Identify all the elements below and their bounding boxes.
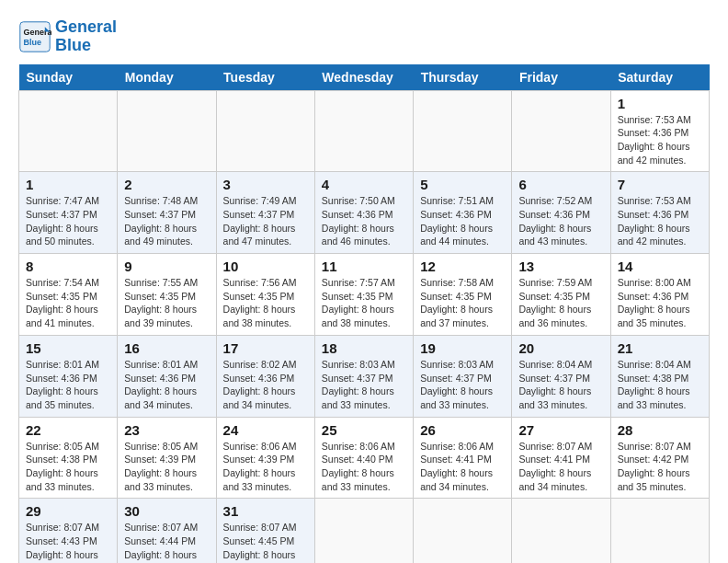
day-info: Sunrise: 8:01 AM Sunset: 4:36 PM Dayligh… [26, 358, 110, 412]
calendar-cell: 22 Sunrise: 8:05 AM Sunset: 4:38 PM Dayl… [19, 417, 118, 499]
calendar-week-row: 29 Sunrise: 8:07 AM Sunset: 4:43 PM Dayl… [19, 499, 710, 563]
day-info: Sunrise: 7:59 AM Sunset: 4:35 PM Dayligh… [518, 276, 603, 330]
day-number: 1 [618, 96, 702, 111]
weekday-header: Tuesday [216, 64, 314, 91]
day-number: 9 [124, 259, 209, 274]
weekday-header-row: SundayMondayTuesdayWednesdayThursdayFrid… [19, 64, 710, 91]
day-number: 11 [322, 259, 406, 274]
day-number: 13 [518, 259, 603, 274]
day-number: 12 [420, 259, 505, 274]
calendar-cell: 7 Sunrise: 7:53 AM Sunset: 4:36 PM Dayli… [610, 172, 709, 254]
calendar-cell: 1 Sunrise: 7:53 AM Sunset: 4:36 PM Dayli… [610, 90, 709, 172]
day-info: Sunrise: 8:01 AM Sunset: 4:36 PM Dayligh… [124, 358, 209, 412]
calendar-week-row: 1 Sunrise: 7:47 AM Sunset: 4:37 PM Dayli… [19, 172, 710, 254]
calendar-cell: 21 Sunrise: 8:04 AM Sunset: 4:38 PM Dayl… [610, 335, 709, 417]
day-number: 28 [618, 422, 702, 438]
day-number: 5 [420, 177, 505, 192]
day-info: Sunrise: 7:53 AM Sunset: 4:36 PM Dayligh… [618, 194, 702, 248]
calendar-cell: 13 Sunrise: 7:59 AM Sunset: 4:35 PM Dayl… [512, 254, 610, 336]
day-number: 3 [223, 177, 308, 192]
day-info: Sunrise: 8:02 AM Sunset: 4:36 PM Dayligh… [223, 358, 308, 412]
day-info: Sunrise: 8:03 AM Sunset: 4:37 PM Dayligh… [420, 358, 505, 412]
day-number: 15 [26, 340, 110, 356]
day-info: Sunrise: 8:03 AM Sunset: 4:37 PM Dayligh… [322, 358, 406, 412]
calendar-cell: 1 Sunrise: 7:47 AM Sunset: 4:37 PM Dayli… [19, 172, 118, 254]
weekday-header: Monday [118, 64, 216, 91]
day-info: Sunrise: 8:00 AM Sunset: 4:36 PM Dayligh… [618, 276, 702, 330]
calendar-cell: 16 Sunrise: 8:01 AM Sunset: 4:36 PM Dayl… [118, 335, 216, 417]
calendar-cell: 14 Sunrise: 8:00 AM Sunset: 4:36 PM Dayl… [610, 254, 709, 336]
calendar-week-row: 8 Sunrise: 7:54 AM Sunset: 4:35 PM Dayli… [19, 254, 710, 336]
day-info: Sunrise: 8:07 AM Sunset: 4:41 PM Dayligh… [518, 440, 603, 494]
logo-icon: General Blue [18, 20, 51, 53]
day-number: 31 [223, 503, 308, 519]
calendar-cell: 30 Sunrise: 8:07 AM Sunset: 4:44 PM Dayl… [118, 499, 216, 563]
day-number: 4 [322, 177, 406, 192]
day-info: Sunrise: 7:54 AM Sunset: 4:35 PM Dayligh… [26, 276, 110, 330]
day-number: 22 [26, 422, 110, 438]
day-number: 1 [26, 177, 110, 192]
calendar-cell: 19 Sunrise: 8:03 AM Sunset: 4:37 PM Dayl… [414, 335, 512, 417]
weekday-header: Friday [512, 64, 610, 91]
calendar-cell: 31 Sunrise: 8:07 AM Sunset: 4:45 PM Dayl… [216, 499, 314, 563]
day-number: 19 [420, 340, 505, 356]
calendar-cell [19, 90, 118, 172]
day-number: 18 [322, 340, 406, 356]
svg-text:General: General [23, 28, 51, 37]
day-number: 8 [26, 259, 110, 274]
calendar-cell [512, 499, 610, 563]
calendar-cell: 23 Sunrise: 8:05 AM Sunset: 4:39 PM Dayl… [118, 417, 216, 499]
day-info: Sunrise: 8:07 AM Sunset: 4:43 PM Dayligh… [26, 521, 110, 563]
calendar-cell: 28 Sunrise: 8:07 AM Sunset: 4:42 PM Dayl… [610, 417, 709, 499]
calendar-cell [118, 90, 216, 172]
logo-text: GeneralBlue [55, 18, 117, 55]
calendar-cell: 26 Sunrise: 8:06 AM Sunset: 4:41 PM Dayl… [414, 417, 512, 499]
day-info: Sunrise: 7:49 AM Sunset: 4:37 PM Dayligh… [223, 194, 308, 248]
day-number: 14 [618, 259, 702, 274]
day-info: Sunrise: 8:06 AM Sunset: 4:41 PM Dayligh… [420, 440, 505, 494]
weekday-header: Wednesday [314, 64, 413, 91]
day-number: 27 [518, 422, 603, 438]
day-info: Sunrise: 8:06 AM Sunset: 4:40 PM Dayligh… [322, 440, 406, 494]
calendar-cell: 9 Sunrise: 7:55 AM Sunset: 4:35 PM Dayli… [118, 254, 216, 336]
calendar-cell [314, 90, 413, 172]
day-number: 16 [124, 340, 209, 356]
day-number: 29 [26, 503, 110, 519]
day-number: 24 [223, 422, 308, 438]
calendar-cell: 18 Sunrise: 8:03 AM Sunset: 4:37 PM Dayl… [314, 335, 413, 417]
day-number: 2 [124, 177, 209, 192]
day-info: Sunrise: 7:47 AM Sunset: 4:37 PM Dayligh… [26, 194, 110, 248]
day-number: 17 [223, 340, 308, 356]
calendar-cell [314, 499, 413, 563]
day-number: 25 [322, 422, 406, 438]
day-number: 6 [518, 177, 603, 192]
calendar-week-row: 1 Sunrise: 7:53 AM Sunset: 4:36 PM Dayli… [19, 90, 710, 172]
calendar-week-row: 22 Sunrise: 8:05 AM Sunset: 4:38 PM Dayl… [19, 417, 710, 499]
calendar-cell: 27 Sunrise: 8:07 AM Sunset: 4:41 PM Dayl… [512, 417, 610, 499]
logo: General Blue GeneralBlue [18, 18, 117, 55]
day-number: 20 [518, 340, 603, 356]
calendar-cell: 10 Sunrise: 7:56 AM Sunset: 4:35 PM Dayl… [216, 254, 314, 336]
calendar-cell: 6 Sunrise: 7:52 AM Sunset: 4:36 PM Dayli… [512, 172, 610, 254]
day-info: Sunrise: 7:48 AM Sunset: 4:37 PM Dayligh… [124, 194, 209, 248]
calendar-cell [414, 499, 512, 563]
calendar-cell: 3 Sunrise: 7:49 AM Sunset: 4:37 PM Dayli… [216, 172, 314, 254]
calendar-cell: 29 Sunrise: 8:07 AM Sunset: 4:43 PM Dayl… [19, 499, 118, 563]
calendar-cell: 12 Sunrise: 7:58 AM Sunset: 4:35 PM Dayl… [414, 254, 512, 336]
day-number: 21 [618, 340, 702, 356]
calendar-cell: 25 Sunrise: 8:06 AM Sunset: 4:40 PM Dayl… [314, 417, 413, 499]
day-info: Sunrise: 7:57 AM Sunset: 4:35 PM Dayligh… [322, 276, 406, 330]
weekday-header: Sunday [19, 64, 118, 91]
day-info: Sunrise: 7:52 AM Sunset: 4:36 PM Dayligh… [518, 194, 603, 248]
calendar-cell [610, 499, 709, 563]
day-number: 7 [618, 177, 702, 192]
weekday-header: Thursday [414, 64, 512, 91]
calendar-cell: 20 Sunrise: 8:04 AM Sunset: 4:37 PM Dayl… [512, 335, 610, 417]
day-number: 10 [223, 259, 308, 274]
calendar-week-row: 15 Sunrise: 8:01 AM Sunset: 4:36 PM Dayl… [19, 335, 710, 417]
calendar-cell: 17 Sunrise: 8:02 AM Sunset: 4:36 PM Dayl… [216, 335, 314, 417]
calendar-cell: 4 Sunrise: 7:50 AM Sunset: 4:36 PM Dayli… [314, 172, 413, 254]
day-info: Sunrise: 7:58 AM Sunset: 4:35 PM Dayligh… [420, 276, 505, 330]
day-info: Sunrise: 7:50 AM Sunset: 4:36 PM Dayligh… [322, 194, 406, 248]
calendar-cell: 5 Sunrise: 7:51 AM Sunset: 4:36 PM Dayli… [414, 172, 512, 254]
